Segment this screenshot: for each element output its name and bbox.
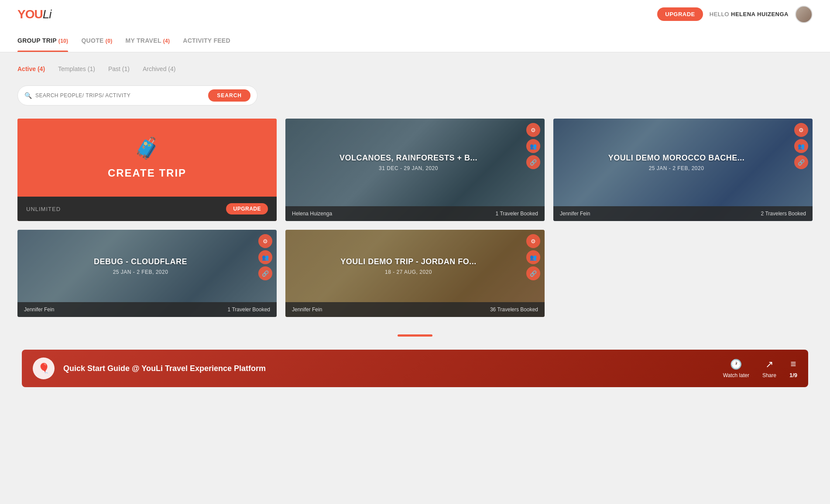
logo: YOULi <box>17 7 51 21</box>
tab-my-travel[interactable]: MY TRAVEL (4) <box>125 28 183 52</box>
video-count-label: 1/9 <box>789 372 797 378</box>
link-icon[interactable]: 🔗 <box>258 266 272 280</box>
create-label: CREATE TRIP <box>108 167 186 179</box>
cards-grid: 🧳 CREATE TRIP UNLIMITED UPGRADE ⚙ 👥 🔗 VO… <box>17 119 813 317</box>
trip-travelers: 36 Travelers Booked <box>490 306 538 313</box>
trip-card-info: VOLCANOES, RAINFORESTS + B... 31 DEC - 2… <box>285 119 545 206</box>
list-icon: ≡ <box>791 358 796 370</box>
trip-organizer: Jennifer Fein <box>24 306 54 313</box>
share-label: Share <box>762 372 776 378</box>
subtab-archived[interactable]: Archived (4) <box>143 65 176 75</box>
create-card-top: 🧳 CREATE TRIP <box>17 119 277 197</box>
luggage-icon: 🧳 <box>134 136 160 160</box>
tab-quote[interactable]: QUOTE (0) <box>81 28 125 52</box>
people-icon[interactable]: 👥 <box>526 139 540 153</box>
tab-group-trip[interactable]: GROUP TRIP (10) <box>17 28 81 52</box>
trip-card-actions: ⚙ 👥 🔗 <box>526 234 540 280</box>
share-icon: ↗ <box>765 359 773 370</box>
trip-card-footer: Jennifer Fein 36 Travelers Booked <box>285 302 545 317</box>
trip-title: YOULI DEMO MOROCCO BACHE... <box>608 153 745 163</box>
trip-card-content: ⚙ 👥 🔗 VOLCANOES, RAINFORESTS + B... 31 D… <box>285 119 545 221</box>
trip-organizer: Helena Huizenga <box>292 211 332 217</box>
trip-card-cloudflare[interactable]: ⚙ 👥 🔗 DEBUG - CLOUDFLARE 25 JAN - 2 FEB,… <box>17 230 277 317</box>
trip-dates: 25 JAN - 2 FEB, 2020 <box>113 269 168 275</box>
search-button[interactable]: SEARCH <box>208 89 250 102</box>
trip-travelers: 1 Traveler Booked <box>228 306 270 313</box>
trip-dates: 18 - 27 AUG, 2020 <box>385 269 432 275</box>
balloon-icon: 🎈 <box>38 363 50 374</box>
trip-card-footer: Jennifer Fein 2 Travelers Booked <box>553 206 813 221</box>
content: Active (4) Templates (1) Past (1) Archiv… <box>0 52 830 400</box>
trip-title: YOULI DEMO TRIP - JORDAN FO... <box>340 257 477 266</box>
share-button[interactable]: ↗ Share <box>762 359 776 378</box>
avatar[interactable] <box>795 6 813 23</box>
sub-tabs: Active (4) Templates (1) Past (1) Archiv… <box>17 65 813 75</box>
settings-icon[interactable]: ⚙ <box>794 123 808 137</box>
subtab-active[interactable]: Active (4) <box>17 65 45 75</box>
link-icon[interactable]: 🔗 <box>526 266 540 280</box>
trip-travelers: 2 Travelers Booked <box>761 211 806 217</box>
trip-card-content: ⚙ 👥 🔗 YOULI DEMO MOROCCO BACHE... 25 JAN… <box>553 119 813 221</box>
people-icon[interactable]: 👥 <box>794 139 808 153</box>
subtab-templates[interactable]: Templates (1) <box>58 65 95 75</box>
trip-card-content: ⚙ 👥 🔗 DEBUG - CLOUDFLARE 25 JAN - 2 FEB,… <box>17 230 277 317</box>
video-bar[interactable]: 🎈 Quick Start Guide @ YouLi Travel Exper… <box>22 350 808 387</box>
video-title: Quick Start Guide @ YouLi Travel Experie… <box>63 364 714 373</box>
create-trip-card[interactable]: 🧳 CREATE TRIP UNLIMITED UPGRADE <box>17 119 277 221</box>
trip-title: VOLCANOES, RAINFORESTS + B... <box>340 153 477 163</box>
watch-later-label: Watch later <box>723 372 749 378</box>
upgrade-button[interactable]: UPGRADE <box>657 7 703 21</box>
watch-later-button[interactable]: 🕐 Watch later <box>723 359 749 378</box>
trip-travelers: 1 Traveler Booked <box>496 211 538 217</box>
scroll-dot <box>398 334 432 337</box>
hello-text: HELLO HELENA HUIZENGA <box>710 11 789 17</box>
trip-card-footer: Jennifer Fein 1 Traveler Booked <box>17 302 277 317</box>
trip-card-info: YOULI DEMO MOROCCO BACHE... 25 JAN - 2 F… <box>553 119 813 206</box>
settings-icon[interactable]: ⚙ <box>526 234 540 248</box>
trip-organizer: Jennifer Fein <box>560 211 590 217</box>
search-icon: 🔍 <box>24 92 32 99</box>
trip-dates: 31 DEC - 29 JAN, 2020 <box>379 165 438 171</box>
trip-card-footer: Helena Huizenga 1 Traveler Booked <box>285 206 545 221</box>
main-nav: GROUP TRIP (10) QUOTE (0) MY TRAVEL (4) … <box>0 28 830 52</box>
unlimited-text: UNLIMITED <box>26 206 61 212</box>
link-icon[interactable]: 🔗 <box>794 155 808 169</box>
trip-card-volcanoes[interactable]: ⚙ 👥 🔗 VOLCANOES, RAINFORESTS + B... 31 D… <box>285 119 545 221</box>
trip-card-actions: ⚙ 👥 🔗 <box>258 234 272 280</box>
trip-organizer: Jennifer Fein <box>292 306 322 313</box>
header-right: UPGRADE HELLO HELENA HUIZENGA <box>657 6 813 23</box>
link-icon[interactable]: 🔗 <box>526 155 540 169</box>
settings-icon[interactable]: ⚙ <box>258 234 272 248</box>
trip-title: DEBUG - CLOUDFLARE <box>94 257 187 266</box>
create-card-bottom: UNLIMITED UPGRADE <box>17 197 277 221</box>
people-icon[interactable]: 👥 <box>258 250 272 264</box>
search-input[interactable] <box>35 92 208 99</box>
trip-dates: 25 JAN - 2 FEB, 2020 <box>649 165 704 171</box>
upgrade-small-button[interactable]: UPGRADE <box>226 203 268 215</box>
people-icon[interactable]: 👥 <box>526 250 540 264</box>
video-actions: 🕐 Watch later ↗ Share ≡ 1/9 <box>723 358 797 378</box>
trip-card-jordan[interactable]: ⚙ 👥 🔗 YOULI DEMO TRIP - JORDAN FO... 18 … <box>285 230 545 317</box>
tab-activity-feed[interactable]: ACTIVITY FEED <box>183 28 244 52</box>
clock-icon: 🕐 <box>730 359 742 370</box>
trip-card-content: ⚙ 👥 🔗 YOULI DEMO TRIP - JORDAN FO... 18 … <box>285 230 545 317</box>
trip-card-actions: ⚙ 👥 🔗 <box>794 123 808 169</box>
trip-card-actions: ⚙ 👥 🔗 <box>526 123 540 169</box>
subtab-past[interactable]: Past (1) <box>108 65 130 75</box>
trip-card-morocco[interactable]: ⚙ 👥 🔗 YOULI DEMO MOROCCO BACHE... 25 JAN… <box>553 119 813 221</box>
trip-card-info: DEBUG - CLOUDFLARE 25 JAN - 2 FEB, 2020 <box>17 230 277 302</box>
trip-card-info: YOULI DEMO TRIP - JORDAN FO... 18 - 27 A… <box>285 230 545 302</box>
search-bar: 🔍 SEARCH <box>17 85 257 106</box>
scroll-indicator <box>17 334 813 337</box>
video-count: ≡ 1/9 <box>789 358 797 378</box>
main-nav-tabs: GROUP TRIP (10) QUOTE (0) MY TRAVEL (4) … <box>17 28 813 52</box>
header: YOULi UPGRADE HELLO HELENA HUIZENGA <box>0 0 830 28</box>
settings-icon[interactable]: ⚙ <box>526 123 540 137</box>
video-icon: 🎈 <box>33 358 55 379</box>
